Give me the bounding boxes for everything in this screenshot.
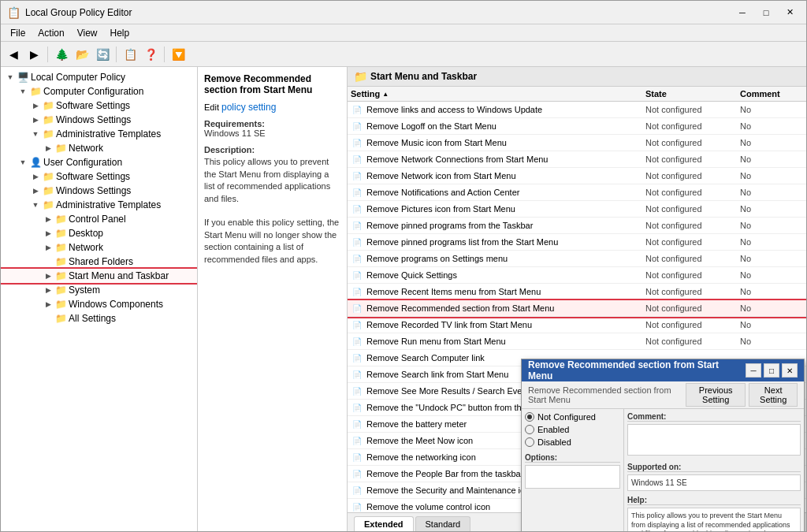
radio-not-configured[interactable]: Not Configured xyxy=(525,412,620,422)
policy-comment: No xyxy=(740,237,803,247)
table-row[interactable]: 📄Remove programs on Settings menuNot con… xyxy=(348,251,806,267)
tree-start-menu[interactable]: ▶ 📁 Start Menu and Taskbar xyxy=(1,269,197,283)
sw2-folder-icon: 📁 xyxy=(42,170,54,183)
dialog-close-btn[interactable]: ✕ xyxy=(782,363,798,378)
dialog-subtitle: Remove Recommended section from Start Me… xyxy=(528,385,676,404)
comment-textarea[interactable] xyxy=(627,424,801,456)
tree-admin-1[interactable]: ▼ 📁 Administrative Templates xyxy=(1,127,197,141)
col-header-comment[interactable]: Comment xyxy=(740,89,803,99)
table-row[interactable]: 📄Remove Music icon from Start MenuNot co… xyxy=(348,135,806,151)
sf-expand-icon xyxy=(42,255,54,268)
tree-windows-1[interactable]: ▶ 📁 Windows Settings xyxy=(1,113,197,127)
tree-computer-config[interactable]: ▼ 📁 Computer Configuration xyxy=(1,84,197,99)
policy-comment: No xyxy=(740,171,803,180)
tree-user-config[interactable]: ▼ 👤 User Configuration xyxy=(1,155,197,169)
policy-name: Remove Recorded TV link from Start Menu xyxy=(366,320,645,329)
options-section: Options: xyxy=(525,453,620,489)
table-row[interactable]: 📄Remove Quick SettingsNot configuredNo xyxy=(348,267,806,284)
forward-button[interactable]: ▶ xyxy=(24,45,43,64)
sw2-expand-icon: ▶ xyxy=(29,170,42,183)
table-row[interactable]: 📄Remove Network icon from Start MenuNot … xyxy=(348,168,806,184)
tree-windows-2[interactable]: ▶ 📁 Windows Settings xyxy=(1,184,197,198)
table-row[interactable]: 📄Remove Recent Items menu from Start Men… xyxy=(348,284,806,300)
tree-root[interactable]: ▼ 🖥️ Local Computer Policy xyxy=(1,70,197,84)
sys-folder-icon: 📁 xyxy=(54,284,67,296)
policy-icon: 📄 xyxy=(351,236,363,248)
table-row[interactable]: 📄Remove Run menu from Start MenuNot conf… xyxy=(348,333,806,350)
prev-setting-btn[interactable]: Previous Setting xyxy=(686,383,746,407)
tree-system[interactable]: ▶ 📁 System xyxy=(1,283,197,297)
tab-standard[interactable]: Standard xyxy=(415,516,471,531)
table-row[interactable]: 📄Remove Logoff on the Start MenuNot conf… xyxy=(348,118,806,135)
desc-label: Description: xyxy=(204,145,255,154)
minimize-button[interactable]: ─ xyxy=(732,6,753,20)
col-header-setting[interactable]: Setting xyxy=(351,89,645,99)
menu-help[interactable]: Help xyxy=(104,26,136,40)
dialog-right-column: Comment: Supported on: Windows 11 SE Hel… xyxy=(624,409,804,531)
radio-disabled[interactable]: Disabled xyxy=(525,437,620,447)
policy-icon: 📄 xyxy=(351,186,363,199)
policy-comment: No xyxy=(740,105,803,114)
tree-all-settings-label: All Settings xyxy=(69,313,116,324)
main-area: ▼ 🖥️ Local Computer Policy ▼ 📁 Computer … xyxy=(1,67,806,531)
tree-software-1[interactable]: ▶ 📁 Software Settings xyxy=(1,99,197,113)
tree-desktop-label: Desktop xyxy=(69,228,103,239)
sm-folder-icon: 📁 xyxy=(54,270,67,282)
tab-extended[interactable]: Extended xyxy=(354,516,414,531)
dialog-maximize-btn[interactable]: □ xyxy=(764,363,779,378)
user-expand-icon: ▼ xyxy=(17,156,29,169)
tree-windows-components[interactable]: ▶ 📁 Windows Components xyxy=(1,297,197,311)
admin1-folder-icon: 📁 xyxy=(42,128,54,140)
tree-all-settings[interactable]: 📁 All Settings xyxy=(1,311,197,326)
radio-not-configured-label: Not Configured xyxy=(537,412,596,422)
policy-icon: 📄 xyxy=(351,103,363,116)
policy-comment: No xyxy=(740,254,803,263)
win2-expand-icon: ▶ xyxy=(29,184,42,197)
up-button[interactable]: 📂 xyxy=(73,45,91,64)
table-row[interactable]: 📄Remove Recorded TV link from Start Menu… xyxy=(348,317,806,333)
comment-col-label: Comment xyxy=(740,89,780,99)
root-icon: 🖥️ xyxy=(17,71,29,84)
policy-icon: 📄 xyxy=(351,401,363,414)
col-header-state[interactable]: State xyxy=(645,89,740,99)
policy-name: Remove Recommended section from Start Me… xyxy=(366,303,645,313)
tree-network-2[interactable]: ▶ 📁 Network xyxy=(1,240,197,255)
tree-network-1[interactable]: ▶ 📁 Network xyxy=(1,141,197,155)
app-icon: 📋 xyxy=(7,6,20,19)
properties-button[interactable]: 📋 xyxy=(121,45,139,64)
table-row[interactable]: 📄Remove Notifications and Action CenterN… xyxy=(348,184,806,201)
table-row[interactable]: 📄Remove pinned programs from the Taskbar… xyxy=(348,218,806,234)
tree-shared-folders[interactable]: 📁 Shared Folders xyxy=(1,255,197,269)
tree-software-1-label: Software Settings xyxy=(56,100,130,111)
table-row[interactable]: 📄Remove Pictures icon from Start MenuNot… xyxy=(348,201,806,218)
help-text-box: This policy allows you to prevent the St… xyxy=(627,508,801,531)
user-folder-icon: 👤 xyxy=(29,156,42,169)
next-setting-btn[interactable]: Next Setting xyxy=(749,383,798,407)
table-row[interactable]: 📄Remove links and access to Windows Upda… xyxy=(348,102,806,118)
help-button[interactable]: ❓ xyxy=(141,45,160,64)
dialog-minimize-btn[interactable]: ─ xyxy=(746,363,761,378)
edit-policy-link[interactable]: policy setting xyxy=(221,102,276,113)
table-row[interactable]: 📄Remove Recommended section from Start M… xyxy=(348,300,806,317)
refresh-button[interactable]: 🔄 xyxy=(93,45,112,64)
description-body: Description: This policy allows you to p… xyxy=(204,144,340,266)
list-header-bar: 📁 Start Menu and Taskbar xyxy=(348,67,806,87)
show-hide-tree-button[interactable]: 🌲 xyxy=(52,45,71,64)
menu-action[interactable]: Action xyxy=(32,26,70,40)
tree-desktop[interactable]: ▶ 📁 Desktop xyxy=(1,226,197,240)
menu-view[interactable]: View xyxy=(71,26,104,40)
maximize-button[interactable]: □ xyxy=(756,6,776,20)
tree-software-2[interactable]: ▶ 📁 Software Settings xyxy=(1,169,197,184)
close-button[interactable]: ✕ xyxy=(779,6,800,20)
back-button[interactable]: ◀ xyxy=(4,45,23,64)
supported-value-box: Windows 11 SE xyxy=(627,474,801,491)
tree-control-panel[interactable]: ▶ 📁 Control Panel xyxy=(1,212,197,226)
tree-admin-2[interactable]: ▼ 📁 Administrative Templates xyxy=(1,198,197,212)
menu-file[interactable]: File xyxy=(4,26,32,40)
radio-enabled[interactable]: Enabled xyxy=(525,425,620,434)
desk-expand-icon: ▶ xyxy=(42,227,54,240)
table-row[interactable]: 📄Remove pinned programs list from the St… xyxy=(348,234,806,251)
filter-button[interactable]: 🔽 xyxy=(169,45,188,64)
policy-comment: No xyxy=(740,303,803,313)
table-row[interactable]: 📄Remove Network Connections from Start M… xyxy=(348,151,806,168)
